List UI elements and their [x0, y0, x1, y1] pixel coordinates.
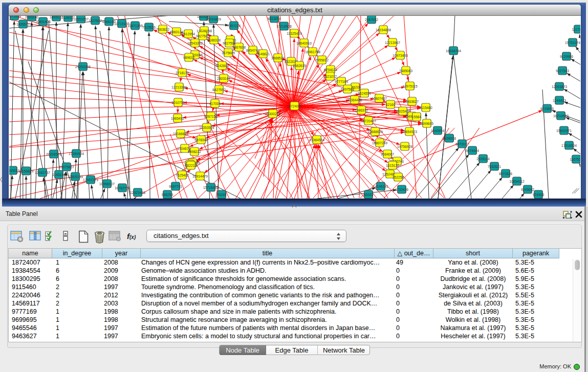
svg-text:7625402: 7625402	[176, 173, 189, 177]
svg-text:2803144: 2803144	[217, 77, 230, 80]
svg-text:6497568: 6497568	[341, 87, 354, 91]
svg-text:10654112: 10654112	[509, 180, 525, 183]
svg-text:10958107: 10958107	[99, 182, 115, 186]
svg-text:7663822: 7663822	[156, 28, 169, 31]
svg-text:16961758: 16961758	[305, 50, 320, 54]
svg-text:9474444: 9474444	[466, 149, 479, 152]
svg-text:5878342: 5878342	[194, 138, 208, 142]
svg-text:1244413: 1244413	[553, 99, 566, 102]
svg-text:12505135: 12505135	[68, 175, 83, 179]
svg-text:2993140: 2993140	[25, 16, 38, 19]
svg-text:18724007: 18724007	[287, 104, 302, 108]
svg-text:12923448: 12923448	[130, 191, 145, 194]
svg-text:1965492: 1965492	[171, 117, 184, 120]
svg-text:1621072: 1621072	[323, 75, 337, 78]
svg-text:6794024: 6794024	[324, 68, 337, 72]
svg-text:15751074: 15751074	[565, 41, 580, 45]
svg-text:10553257: 10553257	[73, 17, 89, 21]
svg-text:11353594: 11353594	[199, 126, 214, 129]
svg-text:9827505: 9827505	[196, 34, 209, 38]
svg-text:8186328: 8186328	[207, 38, 221, 42]
svg-text:15720407: 15720407	[361, 119, 376, 123]
svg-text:12213967: 12213967	[385, 41, 400, 45]
svg-text:1588520: 1588520	[271, 56, 285, 60]
svg-text:12975115: 12975115	[402, 84, 418, 88]
svg-text:9777169: 9777169	[335, 80, 348, 83]
svg-text:7357224: 7357224	[227, 24, 241, 28]
svg-text:9827508: 9827508	[223, 41, 236, 45]
svg-text:2075334: 2075334	[9, 16, 21, 18]
svg-text:17016504: 17016504	[561, 144, 577, 147]
svg-text:9129966: 9129966	[560, 55, 573, 58]
svg-text:16154808: 16154808	[376, 28, 391, 32]
svg-text:9457791: 9457791	[169, 185, 182, 188]
svg-text:10973493: 10973493	[393, 54, 408, 57]
svg-text:8938928: 8938928	[443, 137, 456, 140]
svg-text:29053346: 29053346	[75, 65, 91, 69]
svg-text:252254: 252254	[393, 176, 404, 179]
svg-text:9227343: 9227343	[556, 69, 569, 73]
svg-text:8454749: 8454749	[246, 49, 259, 52]
svg-text:90245: 90245	[217, 193, 227, 196]
svg-text:1405571: 1405571	[16, 23, 30, 26]
svg-text:9084067: 9084067	[381, 152, 394, 156]
svg-text:18807249: 18807249	[372, 141, 387, 145]
svg-text:3935051: 3935051	[9, 169, 19, 172]
svg-text:25300275: 25300275	[265, 112, 280, 116]
svg-text:1145194: 1145194	[52, 173, 66, 177]
svg-text:8267150: 8267150	[204, 115, 217, 118]
svg-text:19756928: 19756928	[397, 145, 412, 148]
svg-text:7632621: 7632621	[488, 165, 501, 168]
svg-text:7515526: 7515526	[142, 26, 156, 29]
svg-text:1527602: 1527602	[89, 19, 102, 23]
svg-text:924506: 924506	[533, 193, 545, 196]
svg-text:19218506: 19218506	[276, 25, 292, 28]
svg-text:1733426: 1733426	[395, 188, 408, 191]
svg-text:8427552: 8427552	[212, 88, 226, 92]
svg-text:3624554: 3624554	[358, 92, 371, 95]
svg-text:20364436: 20364436	[347, 98, 362, 102]
svg-text:8215955: 8215955	[540, 107, 554, 111]
svg-text:1362615: 1362615	[293, 64, 306, 68]
svg-text:9245652: 9245652	[521, 188, 534, 191]
svg-text:9463627: 9463627	[405, 100, 419, 103]
svg-text:10671355: 10671355	[127, 24, 143, 28]
svg-text:9115460: 9115460	[419, 106, 432, 110]
svg-text:19384554: 19384554	[309, 138, 324, 142]
svg-text:12942737: 12942737	[35, 171, 50, 174]
svg-text:162213: 162213	[185, 164, 197, 167]
svg-text:989612: 989612	[183, 56, 195, 59]
svg-text:62160: 62160	[386, 103, 396, 106]
svg-text:12213389: 12213389	[171, 85, 187, 89]
svg-text:8813054: 8813054	[268, 17, 281, 20]
svg-text:16033809: 16033809	[206, 17, 221, 21]
svg-text:10807487: 10807487	[372, 97, 387, 100]
svg-text:11325419: 11325419	[287, 32, 302, 35]
svg-text:7955812: 7955812	[315, 58, 329, 62]
svg-text:10688609: 10688609	[367, 130, 383, 134]
svg-text:16648784: 16648784	[446, 49, 461, 53]
svg-text:20206576: 20206576	[46, 152, 61, 156]
svg-text:2087652: 2087652	[365, 18, 378, 21]
svg-text:17957273: 17957273	[83, 178, 98, 182]
svg-text:16210643: 16210643	[553, 114, 569, 118]
svg-text:15692971: 15692971	[556, 129, 572, 133]
svg-text:1615132: 1615132	[386, 164, 399, 167]
svg-text:16782759: 16782759	[115, 186, 130, 190]
svg-text:1117342: 1117342	[572, 28, 580, 31]
svg-text:9242848: 9242848	[215, 64, 229, 68]
svg-text:19654923: 19654923	[402, 130, 417, 134]
svg-text:14196141: 14196141	[373, 185, 388, 188]
svg-text:1167533: 1167533	[570, 158, 580, 161]
svg-text:17359924: 17359924	[69, 152, 84, 156]
svg-text:6879197: 6879197	[455, 142, 469, 146]
svg-text:1640954: 1640954	[431, 129, 444, 133]
svg-text:7485063: 7485063	[399, 69, 412, 73]
svg-text:19166825: 19166825	[173, 132, 188, 136]
svg-text:86531: 86531	[364, 193, 374, 196]
svg-text:5498222: 5498222	[188, 150, 201, 154]
svg-text:1010755: 1010755	[171, 101, 185, 104]
svg-text:15716485: 15716485	[203, 186, 219, 189]
svg-text:20891406: 20891406	[35, 20, 51, 24]
svg-text:12093873: 12093873	[552, 85, 567, 89]
